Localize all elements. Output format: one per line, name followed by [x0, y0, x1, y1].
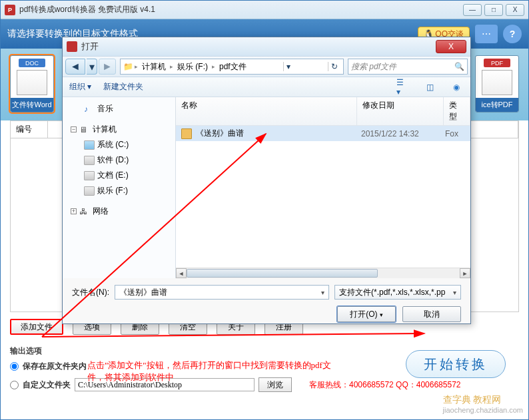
new-folder-button[interactable]: 新建文件夹 [103, 81, 143, 93]
pdf-head: PDF [484, 59, 510, 67]
crumb-computer[interactable]: 计算机 [139, 61, 169, 73]
horizontal-scrollbar[interactable]: ◄ ► [176, 268, 470, 278]
app-title: pdf转换成word转换器 免费试用版 v4.1 [19, 4, 155, 15]
file-pane: 名称 修改日期 类型 《送别》曲谱 2015/1/22 14:32 Fox ◄ … [176, 97, 470, 278]
nav-forward-button[interactable]: ► [99, 59, 116, 75]
maximize-button[interactable]: □ [484, 4, 503, 16]
filename-value: 《送别》曲谱 [119, 287, 167, 298]
file-icon [181, 128, 192, 139]
nav-back-button[interactable]: ◄ [65, 59, 85, 75]
tree-item-computer[interactable]: − 🖥 计算机 [65, 122, 173, 137]
radio-save-original[interactable] [10, 362, 19, 371]
col-number[interactable]: 编号 [11, 121, 48, 138]
dialog-bottom: 文件名(N): 《送别》曲谱 ▾ 支持文件(*.pdf,*.xls,*.xlsx… [63, 278, 470, 329]
view-mode-button[interactable]: ☰ ▾ [396, 81, 410, 94]
filename-label: 文件名(N): [72, 287, 109, 298]
preview-pane-button[interactable]: ◫ [422, 81, 437, 94]
tile-file-to-word[interactable]: DOC 文件转Word [10, 55, 54, 112]
chevron-down-icon: ▾ [321, 289, 324, 296]
close-button[interactable]: X [506, 4, 524, 16]
chevron-down-icon: ▾ [453, 289, 456, 296]
doc-label: 文件转Word [11, 98, 53, 112]
breadcrumb-dropdown[interactable]: ▾ [283, 62, 293, 71]
app-icon: P [5, 5, 15, 15]
pdf-label: ice转PDF [476, 98, 518, 112]
crumb-drive-f[interactable]: 娱乐 (F:) [175, 61, 211, 73]
tree-item-drive-f[interactable]: 娱乐 (F:) [65, 183, 173, 198]
collapse-icon[interactable]: − [71, 126, 77, 132]
drive-icon [84, 156, 95, 165]
expand-icon[interactable]: + [71, 208, 77, 214]
tree-item-drive-e[interactable]: 文档 (E:) [65, 168, 173, 183]
computer-icon: 🖥 [79, 125, 90, 134]
filetype-filter[interactable]: 支持文件(*.pdf,*.xls,*.xlsx,*.pp ▾ [334, 285, 461, 300]
tree-item-music[interactable]: ♪ 音乐 [65, 101, 173, 116]
scroll-thumb[interactable] [187, 269, 378, 278]
organize-menu[interactable]: 组织 ▾ [69, 81, 91, 93]
scroll-track[interactable] [187, 268, 460, 278]
refresh-button[interactable]: ↻ [328, 62, 340, 71]
col-type[interactable]: 类型 [444, 97, 470, 125]
file-row[interactable]: 《送别》曲谱 2015/1/22 14:32 Fox [176, 126, 470, 141]
add-file-button[interactable]: 添加文件 [10, 319, 63, 335]
start-convert-button[interactable]: 开始转换 [406, 350, 506, 378]
breadcrumb[interactable]: 📁 ▸ 计算机 ▸ 娱乐 (F:) ▸ pdf文件 ▾ ↻ [120, 59, 344, 75]
pdf-preview-icon [482, 70, 512, 95]
nav-tree: ♪ 音乐 − 🖥 计算机 系统 (C:) 软件 (D:) [63, 97, 176, 278]
file-name: 《送别》曲谱 [196, 128, 357, 139]
app-window: P pdf转换成word转换器 免费试用版 v4.1 — □ X 请选择要转换到… [0, 0, 529, 420]
nav-back-dropdown[interactable]: ▾ [87, 59, 97, 75]
dialog-body: ♪ 音乐 − 🖥 计算机 系统 (C:) 软件 (D:) [63, 97, 470, 278]
watermark-main: 查字典 教程网 [443, 394, 502, 405]
file-open-dialog: 打开 X ◄ ▾ ► 📁 ▸ 计算机 ▸ 娱乐 (F:) ▸ pdf文件 ▾ ↻… [62, 37, 471, 324]
app-titlebar: P pdf转换成word转换器 免费试用版 v4.1 — □ X [1, 1, 528, 19]
radio-custom-folder[interactable] [10, 381, 19, 389]
dialog-titlebar: 打开 X [63, 37, 470, 56]
tree-item-drive-d[interactable]: 软件 (D:) [65, 152, 173, 168]
music-icon: ♪ [84, 105, 95, 114]
dialog-button-row: 打开(O) ▾ 取消 [72, 306, 461, 322]
drive-icon [84, 186, 95, 196]
watermark: 查字典 教程网 jiaocheng.chazidian.com [443, 394, 523, 414]
filename-row: 文件名(N): 《送别》曲谱 ▾ 支持文件(*.pdf,*.xls,*.xlsx… [72, 285, 461, 300]
annotation-text: 点击"添加文件"按钮，然后再打开的窗口中找到需要转换的pdf文件，将其添加到软件… [87, 359, 340, 383]
search-placeholder: 搜索 pdf文件 [351, 61, 396, 73]
cancel-button[interactable]: 取消 [402, 306, 461, 322]
network-icon: 🖧 [79, 207, 90, 216]
chevron-right-icon: ▸ [170, 63, 173, 70]
doc-preview-icon [17, 70, 47, 95]
crumb-folder[interactable]: pdf文件 [217, 61, 249, 73]
chat-button[interactable]: ⋯ [475, 25, 498, 43]
chevron-right-icon: ▸ [212, 63, 215, 70]
search-input[interactable]: 搜索 pdf文件 🔍 [348, 59, 468, 75]
label-custom-folder: 自定义文件夹 [23, 379, 71, 391]
col-date[interactable]: 修改日期 [357, 97, 444, 125]
tile-office-to-pdf[interactable]: PDF ice转PDF [475, 55, 519, 112]
tree-item-drive-c[interactable]: 系统 (C:) [65, 137, 173, 152]
dialog-toolbar: 组织 ▾ 新建文件夹 ☰ ▾ ◫ ◉ [63, 77, 470, 97]
filter-value: 支持文件(*.pdf,*.xls,*.xlsx,*.pp [339, 287, 445, 298]
dialog-title: 打开 [81, 41, 99, 53]
folder-icon: 📁 [123, 62, 133, 71]
dialog-close-button[interactable]: X [436, 40, 466, 53]
scroll-left-button[interactable]: ◄ [176, 268, 187, 278]
doc-head: DOC [19, 59, 45, 67]
file-type: Fox [445, 129, 465, 138]
chat-icon: ⋯ [482, 29, 491, 39]
drive-icon [84, 140, 95, 150]
open-button[interactable]: 打开(O) ▾ [337, 306, 396, 322]
filename-combobox[interactable]: 《送别》曲谱 ▾ [115, 285, 329, 300]
scroll-right-button[interactable]: ► [460, 268, 470, 278]
search-icon: 🔍 [454, 62, 464, 71]
watermark-sub: jiaocheng.chazidian.com [443, 406, 523, 414]
dialog-help-button[interactable]: ◉ [449, 81, 464, 94]
label-save-original: 保存在原文件夹内 [23, 361, 87, 372]
dialog-icon [67, 41, 77, 52]
col-name[interactable]: 名称 [176, 97, 357, 125]
file-date: 2015/1/22 14:32 [361, 129, 441, 138]
tree-item-network[interactable]: + 🖧 网络 [65, 204, 173, 219]
minimize-button[interactable]: — [463, 4, 482, 16]
drive-icon [84, 171, 95, 180]
dialog-nav: ◄ ▾ ► 📁 ▸ 计算机 ▸ 娱乐 (F:) ▸ pdf文件 ▾ ↻ 搜索 p… [63, 56, 470, 77]
help-button[interactable]: ? [503, 25, 522, 43]
